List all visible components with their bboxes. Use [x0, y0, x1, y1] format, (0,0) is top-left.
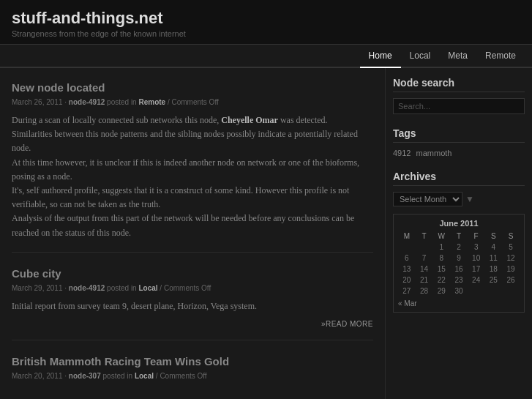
calendar-day[interactable]: 13 — [398, 264, 416, 275]
calendar-day[interactable]: 16 — [450, 264, 468, 275]
calendar-day[interactable]: 20 — [398, 275, 416, 286]
calendar-day[interactable]: 19 — [502, 264, 520, 275]
calendar-row: 12345 — [398, 242, 520, 253]
cal-header-s2: S — [502, 231, 520, 242]
calendar-day[interactable]: 22 — [432, 275, 450, 286]
calendar-day[interactable]: 17 — [468, 264, 485, 275]
cal-header-t1: T — [416, 231, 433, 242]
site-header: stuff-and-things.net Strangeness from th… — [0, 0, 532, 45]
calendar-day[interactable]: 30 — [450, 286, 468, 297]
post-meta-new-node-located: March 26, 2011 · node-4912 posted in Rem… — [12, 98, 373, 106]
cal-header-w: W — [432, 231, 450, 242]
search-input[interactable] — [393, 98, 525, 114]
post-link-new-node-located[interactable]: New node located — [12, 81, 105, 94]
post-link-cube-city[interactable]: Cube city — [12, 267, 61, 280]
calendar-day[interactable]: 24 — [468, 275, 485, 286]
calendar-row: 20212223242526 — [398, 275, 520, 286]
calendar-day[interactable]: 3 — [468, 242, 485, 253]
calendar-day[interactable]: 8 — [432, 253, 450, 264]
tag-4912[interactable]: 4912 — [393, 149, 411, 157]
main-content: New node located March 26, 2011 · node-4… — [0, 68, 386, 399]
calendar-day — [468, 286, 485, 297]
calendar-day — [502, 286, 520, 297]
calendar-row: 13141516171819 — [398, 264, 520, 275]
archives-row: Select Month ▼ — [393, 192, 525, 206]
site-title: stuff-and-things.net — [12, 9, 520, 28]
post-title-british-mammoth[interactable]: British Mammoth Racing Team Wins Gold — [12, 355, 373, 368]
calendar-day[interactable]: 6 — [398, 253, 416, 264]
nav-meta[interactable]: Meta — [439, 45, 476, 68]
site-tagline: Strangeness from the edge of the known i… — [12, 29, 520, 38]
calendar-title: June 2011 — [398, 219, 520, 228]
archives-widget: Archives Select Month ▼ June 2011 M T W — [393, 171, 525, 313]
read-more-link-cube-city[interactable]: »Read More — [321, 320, 373, 328]
post-title-new-node-located[interactable]: New node located — [12, 81, 373, 94]
nav-remote[interactable]: Remote — [476, 45, 525, 68]
cal-prev-link[interactable]: « Mar — [398, 299, 417, 307]
calendar-day[interactable]: 2 — [450, 242, 468, 253]
calendar-day[interactable]: 25 — [485, 275, 503, 286]
post-title-cube-city[interactable]: Cube city — [12, 267, 373, 280]
post-body-cube-city: Initial report from survey team 9, deser… — [12, 299, 373, 313]
read-more-cube-city: »Read More — [12, 319, 373, 328]
calendar-day[interactable]: 26 — [502, 275, 520, 286]
calendar: June 2011 M T W T F S S — [393, 214, 525, 313]
page-layout: New node located March 26, 2011 · node-4… — [0, 68, 532, 399]
calendar-day[interactable]: 29 — [432, 286, 450, 297]
calendar-day[interactable]: 9 — [450, 253, 468, 264]
archives-widget-title: Archives — [393, 171, 525, 186]
tag-mammoth[interactable]: mammoth — [416, 149, 452, 157]
calendar-table: M T W T F S S 12345678910111213141516171… — [398, 231, 520, 297]
calendar-day[interactable]: 28 — [416, 286, 433, 297]
calendar-row: 27282930 — [398, 286, 520, 297]
cal-header-s1: S — [485, 231, 503, 242]
post-link-british-mammoth[interactable]: British Mammoth Racing Team Wins Gold — [12, 355, 229, 368]
nav-home[interactable]: Home — [360, 45, 401, 68]
archives-icon: ▼ — [465, 194, 474, 205]
nav-local[interactable]: Local — [401, 45, 440, 68]
post-meta-cube-city: March 29, 2011 · node-4912 posted in Loc… — [12, 284, 373, 292]
post-cube-city: Cube city March 29, 2011 · node-4912 pos… — [12, 267, 373, 340]
calendar-nav: « Mar — [398, 297, 520, 307]
calendar-day[interactable]: 12 — [502, 253, 520, 264]
post-author-link-1[interactable]: node-4912 — [69, 284, 105, 292]
calendar-day[interactable]: 7 — [416, 253, 433, 264]
search-widget: Node search — [393, 77, 525, 114]
calendar-row: 6789101112 — [398, 253, 520, 264]
tags-widget-title: Tags — [393, 127, 525, 143]
post-new-node-located: New node located March 26, 2011 · node-4… — [12, 81, 373, 253]
post-author-link-0[interactable]: node-4912 — [69, 98, 105, 106]
cal-header-t2: T — [450, 231, 468, 242]
cal-header-f: F — [468, 231, 485, 242]
calendar-day[interactable]: 5 — [502, 242, 520, 253]
calendar-day[interactable]: 18 — [485, 264, 503, 275]
tags-widget: Tags 4912 mammoth — [393, 127, 525, 157]
calendar-day[interactable]: 11 — [485, 253, 503, 264]
calendar-day[interactable]: 27 — [398, 286, 416, 297]
post-author-link-2[interactable]: node-307 — [69, 372, 101, 380]
post-meta-british-mammoth: March 20, 2011 · node-307 posted in Loca… — [12, 372, 373, 380]
cal-header-m: M — [398, 231, 416, 242]
calendar-day — [485, 286, 503, 297]
sidebar: Node search Tags 4912 mammoth Archives S… — [386, 68, 532, 399]
archives-select[interactable]: Select Month — [393, 192, 462, 206]
calendar-day[interactable]: 23 — [450, 275, 468, 286]
calendar-day — [416, 242, 433, 253]
post-british-mammoth: British Mammoth Racing Team Wins Gold Ma… — [12, 355, 373, 399]
calendar-day[interactable]: 21 — [416, 275, 433, 286]
calendar-day[interactable]: 4 — [485, 242, 503, 253]
calendar-day[interactable]: 15 — [432, 264, 450, 275]
calendar-day — [398, 242, 416, 253]
search-widget-title: Node search — [393, 77, 525, 92]
calendar-day[interactable]: 1 — [432, 242, 450, 253]
calendar-day[interactable]: 14 — [416, 264, 433, 275]
main-nav: Home Local Meta Remote — [0, 45, 532, 68]
tags-list: 4912 mammoth — [393, 149, 525, 157]
post-body-new-node-located: During a scan of locally connected sub n… — [12, 113, 373, 240]
calendar-day[interactable]: 10 — [468, 253, 485, 264]
calendar-body: 1234567891011121314151617181920212223242… — [398, 242, 520, 297]
